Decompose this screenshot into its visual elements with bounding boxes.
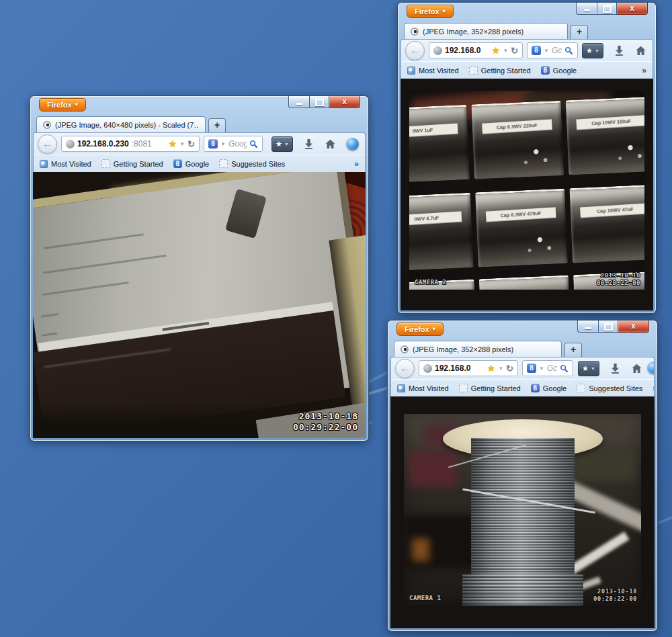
browser-tab[interactable]: (JPEG Image, 640×480 pixels) - Scaled (7… <box>36 116 206 132</box>
browser-tab[interactable]: (JPEG Image, 352×288 pixels) <box>394 341 562 357</box>
toolbar-buttons: ★ ▼ <box>582 43 648 58</box>
google-favicon-icon: 8 <box>541 66 550 75</box>
google-favicon-icon: 8 <box>531 384 540 392</box>
minimize-icon <box>296 103 302 105</box>
bookmark-most-visited[interactable]: Most Visited <box>397 384 449 392</box>
downloads-button[interactable] <box>614 45 625 56</box>
back-button[interactable]: ← <box>405 41 425 60</box>
bookmarks-toolbar: Most Visited Getting Started 8Google Sug… <box>34 155 365 172</box>
url-history-dropdown-icon[interactable]: ▼ <box>503 48 508 54</box>
google-search-engine-icon[interactable]: 8 <box>532 46 541 55</box>
search-icon[interactable] <box>564 46 573 55</box>
camera-photo: 2013-10-18 00:29:22-00 <box>33 172 366 438</box>
google-search-engine-icon[interactable]: 8 <box>527 364 536 373</box>
home-button[interactable] <box>325 138 336 150</box>
close-button[interactable]: x <box>618 321 649 333</box>
maximize-button[interactable] <box>597 3 617 15</box>
bookmark-google[interactable]: 8Google <box>173 159 209 168</box>
maximize-icon <box>315 99 324 106</box>
firefox-menu-label: Firefox <box>405 323 429 335</box>
maximize-button[interactable] <box>598 321 618 333</box>
bookmark-most-visited[interactable]: Most Visited <box>407 67 459 75</box>
new-tab-button[interactable]: + <box>208 118 226 132</box>
search-bar[interactable]: 8 ▼ Goog <box>204 136 263 152</box>
url-bar[interactable]: 192.168.0.230 :8081 ★ ▼ ↻ <box>61 136 200 152</box>
search-engine-dropdown-icon[interactable]: ▼ <box>544 48 549 54</box>
firefox-menu-button[interactable]: Firefox ▾ <box>396 323 444 336</box>
bookmark-star-icon[interactable]: ★ <box>169 138 177 149</box>
bookmarks-overflow-button[interactable]: » <box>653 384 655 393</box>
reload-icon[interactable]: ↻ <box>187 139 195 149</box>
search-placeholder: Gc <box>552 46 562 55</box>
reload-icon[interactable]: ↻ <box>511 46 518 56</box>
webcam-image-drawers: 0WV 1uF Cap 6.3WV 220uF Cap 10WV 100uF 0… <box>401 79 653 310</box>
close-button[interactable]: x <box>329 96 360 108</box>
bookmark-label: Google <box>543 384 566 392</box>
downloads-button[interactable] <box>610 363 621 374</box>
minimize-button[interactable] <box>577 321 598 333</box>
back-button[interactable]: ← <box>395 359 415 378</box>
browser-tab[interactable]: (JPEG Image, 352×288 pixels) <box>404 23 568 39</box>
bookmark-suggested-sites[interactable]: Suggested Sites <box>219 159 285 168</box>
bookmark-google[interactable]: 8Google <box>531 384 566 392</box>
url-history-dropdown-icon[interactable]: ▼ <box>498 366 503 372</box>
window-titlebar[interactable]: Firefox ▾ x <box>401 3 653 21</box>
url-history-dropdown-icon[interactable]: ▼ <box>179 141 185 147</box>
bookmark-star-icon[interactable]: ★ <box>492 45 501 56</box>
blue-orb-icon[interactable] <box>647 362 654 374</box>
new-tab-button[interactable]: + <box>564 343 582 357</box>
camera-timestamp: 2013-10-18 00:28:22-00 <box>597 272 640 287</box>
search-icon[interactable] <box>560 364 569 373</box>
bookmark-suggested-sites[interactable]: Suggested Sites <box>577 384 642 392</box>
bookmark-star-icon[interactable]: ★ <box>487 363 496 374</box>
bookmarks-menu-button[interactable]: ★ ▼ <box>582 43 603 58</box>
photo-drawer-box: Cap 6.3WV 220uF <box>471 101 564 179</box>
bookmarks-menu-button[interactable]: ★ ▼ <box>271 136 293 152</box>
search-icon[interactable] <box>249 140 258 148</box>
minimize-button[interactable] <box>288 96 309 108</box>
new-tab-button[interactable]: + <box>571 25 588 39</box>
downloads-button[interactable] <box>303 138 314 150</box>
bookmark-getting-started[interactable]: Getting Started <box>101 159 163 168</box>
bookmark-label: Most Visited <box>51 160 91 168</box>
bookmarks-menu-button[interactable]: ★ ▼ <box>578 361 599 376</box>
tab-favicon-icon <box>43 121 51 129</box>
bookmark-label: Suggested Sites <box>589 384 642 392</box>
close-button[interactable]: x <box>617 3 648 15</box>
bookmark-getting-started[interactable]: Getting Started <box>469 66 531 75</box>
maximize-button[interactable] <box>309 96 329 108</box>
bookmark-most-visited[interactable]: Most Visited <box>40 160 91 168</box>
home-button[interactable] <box>635 45 646 56</box>
placeholder-favicon-icon <box>469 66 478 75</box>
window-titlebar[interactable]: Firefox ▾ x <box>390 321 655 339</box>
window-titlebar[interactable]: Firefox ▾ x <box>33 96 366 114</box>
bookmarks-overflow-button[interactable]: » <box>354 159 359 169</box>
search-engine-dropdown-icon[interactable]: ▼ <box>220 141 226 147</box>
url-bar[interactable]: 192.168.0 ★ ▼ ↻ <box>429 42 523 58</box>
tab-favicon-icon <box>401 345 409 353</box>
timestamp-time: 00:28:22-00 <box>593 595 637 603</box>
bookmark-label: Most Visited <box>419 67 459 75</box>
back-button[interactable]: ← <box>38 134 57 154</box>
bookmark-getting-started[interactable]: Getting Started <box>459 384 521 392</box>
photo-drawer-box: Cap 10WV 100uF <box>566 97 644 175</box>
firefox-menu-button[interactable]: Firefox ▾ <box>39 98 86 112</box>
chevron-down-icon: ▼ <box>284 142 289 146</box>
tab-strip: (JPEG Image, 352×288 pixels) + <box>390 339 655 357</box>
search-bar[interactable]: 8 ▼ Gc <box>522 360 573 376</box>
blue-orb-icon[interactable] <box>346 138 359 151</box>
search-engine-dropdown-icon[interactable]: ▼ <box>539 366 544 372</box>
google-search-engine-icon[interactable]: 8 <box>208 139 218 148</box>
search-bar[interactable]: 8 ▼ Gc <box>527 42 578 58</box>
home-button[interactable] <box>631 363 642 374</box>
url-bar[interactable]: 192.168.0 ★ ▼ ↻ <box>419 360 518 376</box>
webcam-image-wire-spool: CAMERA 1 2013-10-18 00:28:22-00 <box>390 396 655 628</box>
reload-icon[interactable]: ↻ <box>506 364 513 374</box>
minimize-button[interactable] <box>576 3 597 15</box>
bookmark-google[interactable]: 8Google <box>541 66 577 75</box>
firefox-menu-button[interactable]: Firefox ▾ <box>407 5 454 18</box>
bookmarks-overflow-button[interactable]: » <box>642 66 646 75</box>
photo-blur-blob <box>573 453 634 480</box>
firefox-menu-label: Firefox <box>47 99 72 111</box>
tab-favicon-icon <box>411 28 419 36</box>
